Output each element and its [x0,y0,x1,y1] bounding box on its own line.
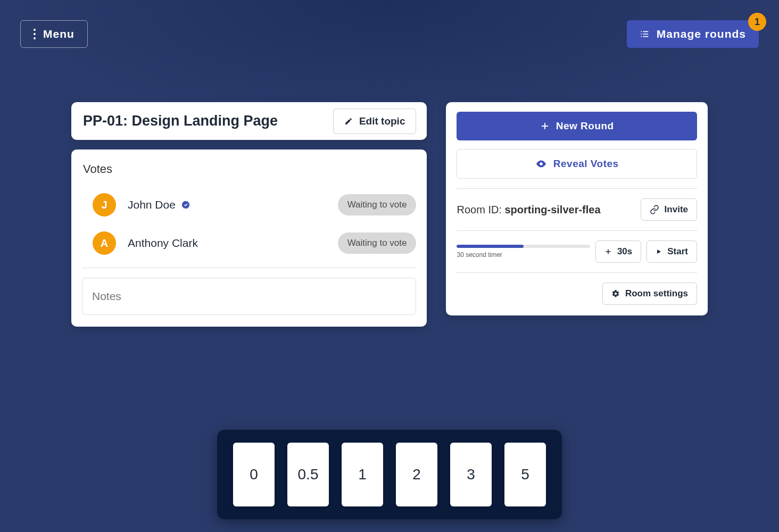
vote-card[interactable]: 5 [504,443,546,506]
timer-track [457,245,590,248]
pencil-icon [344,117,353,126]
reveal-votes-button[interactable]: Reveal Votes [457,149,697,179]
topic-title: PP-01: Design Landing Page [82,107,278,135]
voter-name: Anthony Clark [128,237,198,250]
room-row: Room ID: sporting-silver-flea Invite [457,198,697,221]
plus-icon [540,121,550,131]
manage-rounds-button[interactable]: Manage rounds [627,20,759,48]
topic-card: PP-01: Design Landing Page Edit topic [71,102,427,140]
avatar: J [93,193,116,217]
gear-icon [611,289,620,298]
timer-caption: 30 second timer [457,251,590,259]
timer-row: 30 second timer 30s Start [457,240,697,263]
room-id-value: sporting-silver-flea [505,204,601,215]
voter-name: John Doe [128,198,190,211]
timer-add-button[interactable]: 30s [595,240,641,263]
votes-heading: Votes [83,162,416,176]
edit-topic-label: Edit topic [359,115,405,127]
vote-card[interactable]: 0 [233,443,275,506]
invite-label: Invite [665,204,688,215]
right-column: New Round Reveal Votes Room ID: sporting… [446,102,708,315]
timer-start-button[interactable]: Start [647,240,697,263]
plus-icon [604,248,612,255]
notes-input[interactable] [82,278,416,315]
status-badge: Waiting to vote [338,232,417,254]
menu-label: Menu [43,28,74,40]
list-icon [640,30,649,38]
vote-card[interactable]: 3 [450,443,492,506]
left-column: PP-01: Design Landing Page Edit topic Vo… [71,102,427,327]
vote-card[interactable]: 0.5 [287,443,329,506]
play-icon [656,248,662,255]
settings-row: Room settings [457,282,697,305]
divider [457,188,697,189]
new-round-label: New Round [556,120,614,132]
manage-rounds-label: Manage rounds [657,28,746,40]
rounds-badge: 1 [748,13,766,31]
topbar: Menu Manage rounds 1 [20,20,759,48]
avatar: A [93,231,116,255]
svg-point-5 [641,36,642,37]
voter-row: JJohn Doe Waiting to vote [82,186,416,224]
main: PP-01: Design Landing Page Edit topic Vo… [71,102,708,327]
timer-add-label: 30s [617,246,632,257]
action-card: New Round Reveal Votes Room ID: sporting… [446,102,708,315]
timer-start-label: Start [667,246,688,257]
timer-bar: 30 second timer [457,245,590,259]
timer-fill [457,245,523,248]
vote-card[interactable]: 2 [396,443,437,506]
svg-point-4 [641,34,642,35]
voters-list: JJohn Doe Waiting to voteAAnthony Clark … [82,186,416,262]
svg-point-3 [641,31,642,32]
link-icon [650,205,659,214]
divider [457,230,697,231]
menu-dots-icon [34,29,36,39]
votes-card: Votes JJohn Doe Waiting to voteAAnthony … [71,149,427,327]
vote-card-deck: 00.51235 [217,430,562,519]
room-label-prefix: Room ID: [457,204,504,215]
divider [457,272,697,273]
voter-row: AAnthony Clark Waiting to vote [82,224,416,262]
invite-button[interactable]: Invite [641,198,697,221]
verified-icon [181,200,190,210]
menu-button[interactable]: Menu [20,20,88,48]
eye-icon [535,158,547,170]
divider [82,268,416,268]
manage-rounds-wrap: Manage rounds 1 [627,20,759,48]
reveal-votes-label: Reveal Votes [553,158,619,170]
room-settings-button[interactable]: Room settings [602,282,697,305]
svg-point-6 [540,162,543,165]
room-id-text: Room ID: sporting-silver-flea [457,204,600,216]
edit-topic-button[interactable]: Edit topic [333,109,417,134]
new-round-button[interactable]: New Round [457,112,697,140]
status-badge: Waiting to vote [338,194,417,215]
room-settings-label: Room settings [625,288,688,299]
vote-card[interactable]: 1 [342,443,383,506]
